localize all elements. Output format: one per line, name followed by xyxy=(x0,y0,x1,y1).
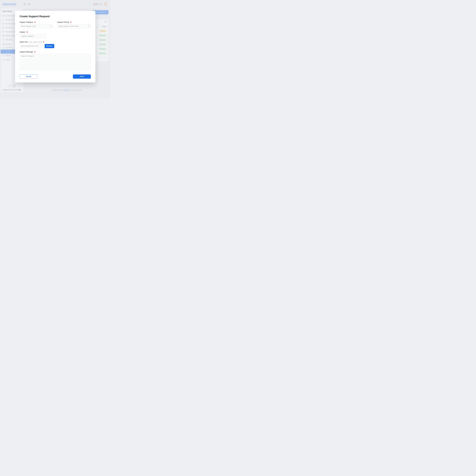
required-icon: ✱ xyxy=(34,21,36,23)
create-support-modal: Create Support Request Support Category✱… xyxy=(15,11,95,83)
subject-label: Subject xyxy=(20,31,25,33)
category-placeholder: Select Support Case xyxy=(21,25,36,27)
send-button[interactable]: Send xyxy=(73,74,91,79)
required-icon: ✱ xyxy=(26,31,28,33)
required-icon: ✱ xyxy=(34,51,36,53)
chevron-down-icon xyxy=(50,25,52,27)
subject-placeholder: Support Category xyxy=(21,35,34,37)
cancel-button[interactable]: Cancel xyxy=(20,74,37,79)
priority-placeholder: Select Support Case Priority xyxy=(59,25,79,27)
message-textarea[interactable]: Support Category xyxy=(20,54,91,70)
attach-placeholder: Include Attachment File.. xyxy=(21,45,39,47)
priority-label: Support Priority xyxy=(57,21,69,23)
chevron-down-icon xyxy=(88,25,89,27)
subject-input[interactable]: Support Category xyxy=(20,34,47,38)
message-label: Support Message xyxy=(20,51,33,53)
required-icon: ✱ xyxy=(43,41,44,43)
browse-button[interactable]: Browse xyxy=(45,44,54,48)
message-placeholder: Support Category xyxy=(21,55,34,57)
category-label: Support Category xyxy=(20,21,33,23)
attach-hint: (JPG | JPEG | PNG) xyxy=(29,41,42,43)
attach-label: Attach File xyxy=(20,41,28,43)
priority-select[interactable]: Select Support Case Priority xyxy=(57,24,91,28)
required-icon: ✱ xyxy=(70,21,71,23)
attach-input[interactable]: Include Attachment File.. xyxy=(20,44,45,48)
modal-title: Create Support Request xyxy=(20,15,91,18)
category-select[interactable]: Select Support Case xyxy=(20,24,53,28)
